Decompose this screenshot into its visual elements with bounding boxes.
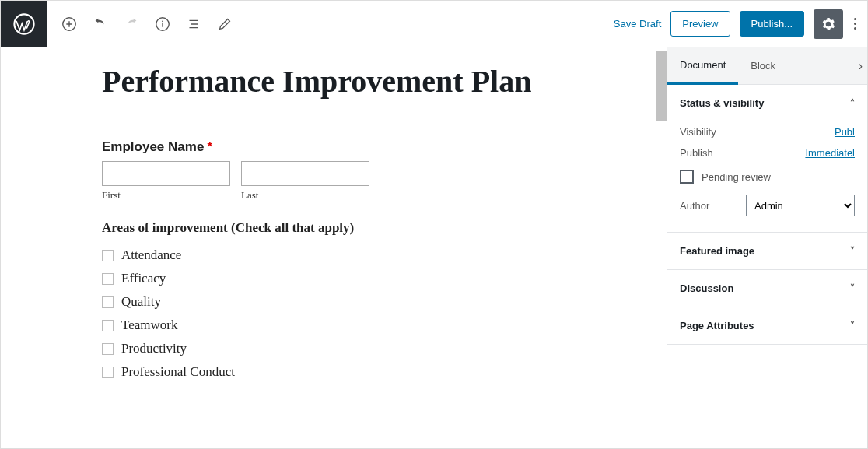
page-title[interactable]: Performance Improvement Plan — [102, 63, 584, 100]
edit-button[interactable] — [209, 9, 240, 40]
panel-header-page-attributes[interactable]: Page Attributes˅ — [667, 307, 867, 344]
chevron-down-icon: ˅ — [850, 283, 855, 294]
chevron-down-icon: ˅ — [850, 321, 855, 331]
preview-button[interactable]: Preview — [670, 11, 730, 37]
first-name-column: First — [102, 161, 230, 202]
areas-checklist: Attendance Efficacy Quality Teamwork Pro… — [102, 244, 643, 384]
wordpress-logo[interactable] — [1, 1, 47, 47]
checkbox-icon[interactable] — [102, 296, 114, 308]
checkbox-icon[interactable] — [102, 273, 114, 285]
visibility-row: Visibility Publ — [680, 121, 855, 142]
editor-wrap: ▴ Performance Improvement Plan Employee … — [1, 47, 667, 448]
info-button[interactable] — [147, 9, 178, 40]
toolbar-right-group: Save Draft Preview Publish... — [614, 9, 867, 39]
required-mark: * — [208, 139, 213, 154]
tab-document[interactable]: Document — [667, 47, 738, 85]
panel-header-featured-image[interactable]: Featured image˅ — [667, 233, 867, 269]
areas-label: Areas of improvement (Check all that app… — [102, 220, 643, 236]
publish-row: Publish Immediatel — [680, 142, 855, 163]
visibility-value-link[interactable]: Publ — [835, 126, 855, 138]
author-label: Author — [680, 200, 709, 212]
tab-block[interactable]: Block — [738, 47, 788, 85]
svg-point-3 — [162, 20, 163, 22]
publish-label: Publish — [680, 147, 713, 159]
panel-header-status[interactable]: Status & visibility˄ — [667, 85, 867, 121]
first-sublabel: First — [102, 189, 230, 202]
panel-featured-image: Featured image˅ — [667, 233, 867, 270]
panel-discussion: Discussion˅ — [667, 270, 867, 307]
settings-gear-button[interactable] — [814, 9, 843, 39]
checkbox-label: Teamwork — [121, 317, 177, 333]
visibility-label: Visibility — [680, 126, 716, 138]
redo-button[interactable] — [116, 9, 147, 40]
list-item: Professional Conduct — [102, 360, 643, 384]
last-name-input[interactable] — [241, 161, 369, 186]
panel-header-discussion[interactable]: Discussion˅ — [667, 270, 867, 307]
undo-button[interactable] — [85, 9, 116, 40]
save-draft-button[interactable]: Save Draft — [614, 18, 661, 30]
more-options-button[interactable] — [852, 15, 858, 33]
chevron-down-icon: ˅ — [850, 246, 855, 257]
publish-button[interactable]: Publish... — [740, 11, 804, 37]
toolbar-left-group — [54, 9, 240, 40]
panel-status-visibility: Status & visibility˄ Visibility Publ Pub… — [667, 85, 867, 233]
pending-review-label: Pending review — [702, 171, 771, 183]
employee-name-label: Employee Name * — [102, 139, 643, 155]
sidebar-tabs: Document Block › — [667, 47, 867, 85]
settings-sidebar: Document Block › Status & visibility˄ Vi… — [667, 47, 867, 448]
list-item: Quality — [102, 290, 643, 314]
checkbox-label: Attendance — [121, 247, 181, 263]
list-item: Teamwork — [102, 314, 643, 337]
editor-canvas[interactable]: Performance Improvement Plan Employee Na… — [1, 47, 667, 399]
checkbox-label: Productivity — [121, 341, 187, 356]
checkbox-label: Efficacy — [121, 271, 166, 286]
checkbox-icon[interactable] — [102, 250, 114, 261]
outline-button[interactable] — [178, 9, 209, 40]
checkbox-label: Quality — [121, 294, 161, 310]
list-item: Productivity — [102, 337, 643, 360]
list-item: Efficacy — [102, 267, 643, 290]
top-toolbar: Save Draft Preview Publish... — [1, 1, 867, 47]
publish-value-link[interactable]: Immediatel — [805, 147, 855, 159]
chevron-up-icon: ˄ — [850, 98, 855, 109]
author-select[interactable]: Admin — [746, 195, 855, 216]
last-sublabel: Last — [241, 189, 369, 202]
checkbox-label: Professional Conduct — [121, 364, 235, 380]
add-block-button[interactable] — [54, 9, 85, 40]
author-row: Author Admin — [680, 187, 855, 219]
panel-body-status: Visibility Publ Publish Immediatel Pendi… — [667, 121, 867, 232]
chevron-right-icon: › — [859, 59, 867, 73]
list-item: Attendance — [102, 244, 643, 267]
main-area: ▴ Performance Improvement Plan Employee … — [1, 47, 867, 448]
checkbox-icon[interactable] — [102, 367, 114, 378]
checkbox-icon[interactable] — [102, 320, 114, 331]
pending-review-row: Pending review — [680, 163, 855, 187]
panel-page-attributes: Page Attributes˅ — [667, 307, 867, 345]
first-name-input[interactable] — [102, 161, 230, 186]
pending-review-checkbox[interactable] — [680, 170, 694, 184]
last-name-column: Last — [241, 161, 369, 202]
checkbox-icon[interactable] — [102, 343, 114, 355]
name-fields-row: First Last — [102, 161, 643, 202]
